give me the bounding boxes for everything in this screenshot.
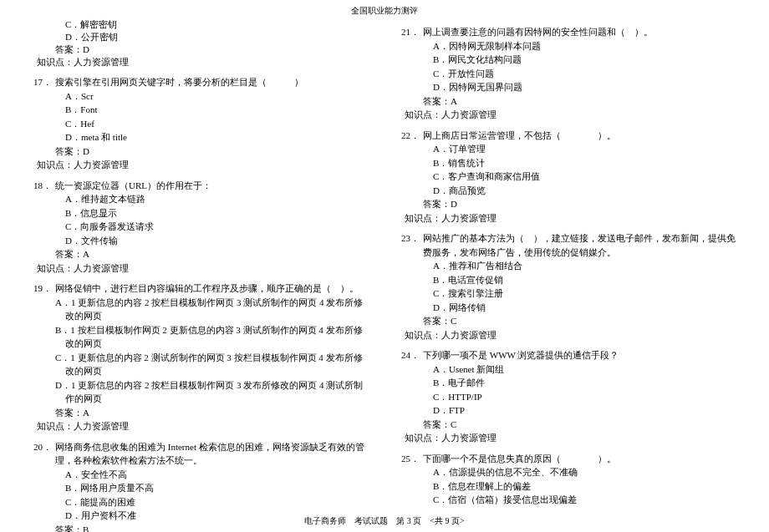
question-stem: 25．下面哪一个不是信息失真的原因（ ）。 bbox=[401, 452, 736, 466]
stem-text: 网上调查要注意的问题有因特网的安全性问题和（ ）。 bbox=[423, 27, 653, 37]
option-c: C．搜索引擎注册 bbox=[401, 286, 736, 301]
option-d: D．meta 和 title bbox=[33, 130, 368, 144]
option-d: D．文件传输 bbox=[33, 234, 368, 248]
option-a: A．Usenet 新闻组 bbox=[401, 362, 736, 377]
option-d: D．FTP bbox=[401, 403, 736, 418]
answer-line: 答案：D bbox=[33, 43, 368, 56]
question-stem: 23．网站推广的基本方法为（ ），建立链接，发送电子邮件，发布新闻，提供免费服务… bbox=[401, 231, 736, 259]
knowledge-point: 知识点：人力资源管理 bbox=[33, 56, 368, 68]
question-number: 17． bbox=[33, 75, 52, 89]
option-a: A．Scr bbox=[33, 89, 368, 104]
answer-line: 答案：A bbox=[33, 406, 368, 420]
option-a: A．订单管理 bbox=[401, 142, 736, 156]
left-column: C．解密密钥 D．公开密钥 答案：D 知识点：人力资源管理 17．搜索引擎在引用… bbox=[17, 18, 384, 532]
knowledge-point: 知识点：人力资源管理 bbox=[401, 328, 736, 342]
option-a: A．安全性不高 bbox=[33, 468, 368, 482]
knowledge-point: 知识点：人力资源管理 bbox=[401, 108, 736, 122]
page-footer: 电子商务师 考试试题 第 3 页 <共 9 页> bbox=[0, 515, 769, 527]
answer-line: 答案：D bbox=[33, 144, 368, 159]
option-c: C．向服务器发送请求 bbox=[33, 220, 368, 234]
option-b: B．网民文化结构问题 bbox=[401, 53, 736, 67]
stem-text: 下面哪一个不是信息失真的原因（ ）。 bbox=[423, 453, 616, 464]
option-c: C．能提高的困难 bbox=[33, 495, 368, 509]
option-d: D．商品预览 bbox=[401, 184, 736, 198]
question-stem: 20．网络商务信息收集的困难为 Internet 检索信息的困难，网络资源缺乏有… bbox=[33, 440, 368, 468]
answer-line: 答案：A bbox=[33, 247, 368, 261]
stem-text: 网络商务信息收集的困难为 Internet 检索信息的困难，网络资源缺乏有效的管… bbox=[55, 442, 364, 466]
right-column: 21．网上调查要注意的问题有因特网的安全性问题和（ ）。 A．因特网无限制样本问… bbox=[384, 18, 752, 532]
option-c: C．Hef bbox=[33, 117, 368, 131]
question-number: 21． bbox=[401, 25, 420, 39]
knowledge-point: 知识点：人力资源管理 bbox=[401, 211, 736, 225]
knowledge-point: 知识点：人力资源管理 bbox=[401, 431, 736, 445]
option-c: C．信宿（信箱）接受信息出现偏差 bbox=[401, 493, 736, 507]
question-23: 23．网站推广的基本方法为（ ），建立链接，发送电子邮件，发布新闻，提供免费服务… bbox=[401, 231, 736, 342]
option-b: B．信息显示 bbox=[33, 206, 368, 220]
option-b: B．网络用户质量不高 bbox=[33, 481, 368, 495]
knowledge-point: 知识点：人力资源管理 bbox=[33, 261, 368, 276]
option-d: D．1 更新信息的内容 2 按栏目模板制作网页 3 发布所修改的网页 4 测试所… bbox=[33, 378, 368, 406]
question-stem: 21．网上调查要注意的问题有因特网的安全性问题和（ ）。 bbox=[401, 25, 736, 39]
answer-line: 答案：C bbox=[401, 418, 736, 432]
stem-text: 网上商店日常运营管理，不包括（ ）。 bbox=[423, 130, 616, 140]
option-b: B．电话宣传促销 bbox=[401, 273, 736, 287]
partial-question-top: C．解密密钥 D．公开密钥 答案：D 知识点：人力资源管理 bbox=[33, 18, 368, 68]
option-c: C．客户查询和商家信用值 bbox=[401, 170, 736, 184]
option-a: A．推荐和广告相结合 bbox=[401, 259, 736, 273]
answer-line: 答案：A bbox=[401, 94, 736, 109]
question-17: 17．搜索引擎在引用网页关键字时，将要分析的栏目是（ ） A．Scr B．Fon… bbox=[33, 75, 368, 172]
option-d: D．因特网无国界问题 bbox=[401, 80, 736, 94]
stem-text: 搜索引擎在引用网页关键字时，将要分析的栏目是（ ） bbox=[55, 77, 303, 87]
question-number: 23． bbox=[401, 231, 420, 246]
content-columns: C．解密密钥 D．公开密钥 答案：D 知识点：人力资源管理 17．搜索引擎在引用… bbox=[0, 18, 769, 532]
option-b: B．Font bbox=[33, 103, 368, 117]
question-number: 18． bbox=[33, 179, 52, 193]
page-header: 全国职业能力测评 bbox=[0, 0, 769, 18]
question-stem: 19．网络促销中，进行栏目内容编辑的工作程序及步骤，顺序正确的是（ ）。 bbox=[33, 281, 368, 296]
question-number: 25． bbox=[401, 452, 420, 466]
stem-text: 统一资源定位器（URL）的作用在于： bbox=[55, 180, 211, 190]
question-number: 24． bbox=[401, 348, 420, 362]
option-a: A．因特网无限制样本问题 bbox=[401, 39, 736, 53]
stem-text: 网站推广的基本方法为（ ），建立链接，发送电子邮件，发布新闻，提供免费服务，发布… bbox=[423, 233, 736, 257]
option-b: B．电子邮件 bbox=[401, 376, 736, 390]
answer-line: 答案：D bbox=[401, 197, 736, 211]
question-25: 25．下面哪一个不是信息失真的原因（ ）。 A．信源提供的信息不完全、不准确 B… bbox=[401, 452, 736, 507]
answer-line: 答案：C bbox=[401, 314, 736, 328]
question-number: 19． bbox=[33, 281, 52, 296]
question-number: 20． bbox=[33, 440, 52, 454]
question-number: 22． bbox=[401, 129, 420, 143]
option-a: A．维持超文本链路 bbox=[33, 192, 368, 206]
question-stem: 24．下列哪一项不是 WWW 浏览器提供的通信手段？ bbox=[401, 348, 736, 362]
option-d: D．网络传销 bbox=[401, 301, 736, 315]
option-a: A．1 更新信息的内容 2 按栏目模板制作网页 3 测试所制作的网页 4 发布所… bbox=[33, 296, 368, 323]
option-b: B．销售统计 bbox=[401, 156, 736, 170]
option-d: D．公开密钥 bbox=[33, 31, 368, 43]
option-a: A．信源提供的信息不完全、不准确 bbox=[401, 465, 736, 479]
question-stem: 22．网上商店日常运营管理，不包括（ ）。 bbox=[401, 129, 736, 143]
option-b: B．信息在理解上的偏差 bbox=[401, 479, 736, 494]
option-c: C．开放性问题 bbox=[401, 67, 736, 81]
stem-text: 网络促销中，进行栏目内容编辑的工作程序及步骤，顺序正确的是（ ）。 bbox=[55, 283, 359, 293]
question-19: 19．网络促销中，进行栏目内容编辑的工作程序及步骤，顺序正确的是（ ）。 A．1… bbox=[33, 281, 368, 433]
question-24: 24．下列哪一项不是 WWW 浏览器提供的通信手段？ A．Usenet 新闻组 … bbox=[401, 348, 736, 445]
question-22: 22．网上商店日常运营管理，不包括（ ）。 A．订单管理 B．销售统计 C．客户… bbox=[401, 129, 736, 225]
question-stem: 18．统一资源定位器（URL）的作用在于： bbox=[33, 179, 368, 193]
option-b: B．1 按栏目模板制作网页 2 更新信息的内容 3 测试所制作的网页 4 发布所… bbox=[33, 323, 368, 351]
stem-text: 下列哪一项不是 WWW 浏览器提供的通信手段？ bbox=[423, 350, 619, 360]
option-c: C．HTTP/IP bbox=[401, 390, 736, 404]
question-21: 21．网上调查要注意的问题有因特网的安全性问题和（ ）。 A．因特网无限制样本问… bbox=[401, 25, 736, 122]
option-c: C．1 更新信息的内容 2 测试所制作的网页 3 按栏目模板制作网页 4 发布所… bbox=[33, 351, 368, 378]
question-18: 18．统一资源定位器（URL）的作用在于： A．维持超文本链路 B．信息显示 C… bbox=[33, 179, 368, 276]
option-c: C．解密密钥 bbox=[33, 18, 368, 31]
knowledge-point: 知识点：人力资源管理 bbox=[33, 158, 368, 172]
knowledge-point: 知识点：人力资源管理 bbox=[33, 419, 368, 433]
question-stem: 17．搜索引擎在引用网页关键字时，将要分析的栏目是（ ） bbox=[33, 75, 368, 89]
